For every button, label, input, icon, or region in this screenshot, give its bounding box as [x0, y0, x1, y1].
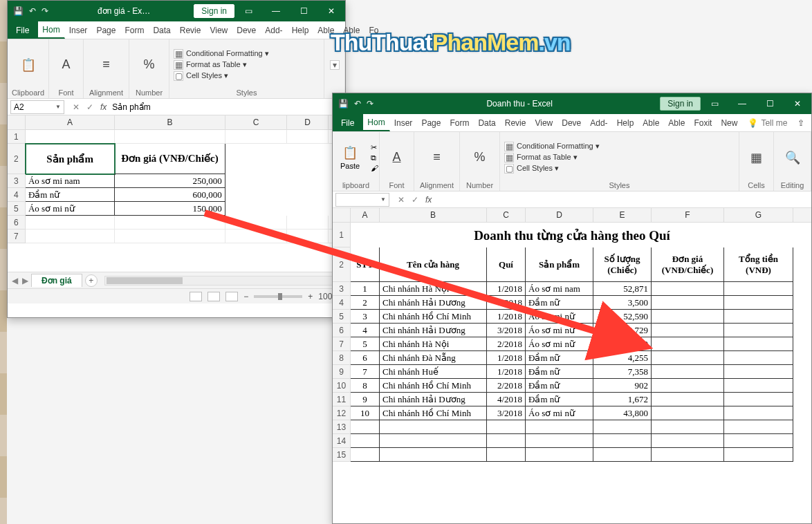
- cell[interactable]: [652, 337, 724, 351]
- cell[interactable]: [487, 420, 526, 434]
- tab-review[interactable]: Revie: [176, 21, 206, 39]
- zoom-out-icon[interactable]: −: [243, 292, 248, 301]
- cell[interactable]: Áo sơ mi nữ: [26, 202, 115, 216]
- cells-button[interactable]: ▦: [740, 150, 773, 165]
- cell[interactable]: 4/2018: [487, 393, 526, 406]
- cell[interactable]: 2/2018: [487, 379, 526, 393]
- tab-data[interactable]: Data: [474, 114, 500, 131]
- cell[interactable]: [380, 420, 487, 434]
- tab-data[interactable]: Data: [149, 21, 175, 39]
- cell[interactable]: 600,000: [115, 188, 225, 202]
- accept-formula-icon[interactable]: ✓: [86, 102, 93, 112]
- cell[interactable]: [724, 448, 793, 462]
- cell[interactable]: [652, 351, 724, 365]
- cell[interactable]: 8: [351, 379, 380, 393]
- cell[interactable]: [526, 448, 593, 462]
- tab-file[interactable]: File: [333, 114, 363, 131]
- cell[interactable]: [351, 448, 380, 462]
- conditional-formatting-button[interactable]: ▦Conditional Formatting ▾: [174, 49, 269, 59]
- cell[interactable]: Áo sơ mi nữ: [526, 324, 593, 337]
- cancel-formula-icon[interactable]: ✕: [73, 102, 80, 112]
- row-head[interactable]: 6: [333, 324, 351, 337]
- tab-file[interactable]: File: [8, 21, 38, 39]
- save-icon[interactable]: 💾: [338, 99, 349, 109]
- share-button[interactable]: ⇪: [791, 114, 811, 131]
- cell-styles-button[interactable]: ▢Cell Styles ▾: [174, 71, 228, 81]
- row-head[interactable]: 8: [333, 351, 351, 365]
- zoom-slider[interactable]: [254, 295, 302, 298]
- cell[interactable]: Áo sơ mi nam: [26, 174, 115, 188]
- view-pagebreak-icon[interactable]: [225, 292, 238, 301]
- row-head[interactable]: 6: [8, 216, 26, 230]
- cell[interactable]: Chi nhánh Hải Dương: [380, 393, 487, 406]
- cell[interactable]: Áo sơ mi nữ: [526, 406, 593, 420]
- cell[interactable]: 3: [351, 310, 380, 324]
- accept-formula-icon[interactable]: ✓: [412, 195, 418, 205]
- cell[interactable]: [380, 434, 487, 448]
- redo-icon[interactable]: ↷: [367, 99, 373, 109]
- cell[interactable]: 1/2018: [487, 282, 526, 296]
- cell[interactable]: [652, 282, 724, 296]
- col-head[interactable]: C: [487, 208, 526, 222]
- minimize-icon[interactable]: —: [728, 93, 756, 114]
- cell[interactable]: [652, 448, 724, 462]
- row-head[interactable]: 5: [333, 310, 351, 324]
- cell[interactable]: 1,672: [593, 393, 652, 406]
- col-head[interactable]: F: [652, 208, 724, 222]
- tab-formulas[interactable]: Form: [445, 114, 474, 131]
- cell[interactable]: 1/2018: [487, 296, 526, 310]
- tab-page[interactable]: Page: [92, 21, 120, 39]
- ribbon-options-icon[interactable]: ▭: [701, 93, 728, 114]
- copy-icon[interactable]: ⧉: [371, 153, 376, 162]
- tab-foxit[interactable]: Foxit: [690, 114, 717, 131]
- tab-page[interactable]: Page: [417, 114, 445, 131]
- cell[interactable]: [724, 282, 793, 296]
- cell[interactable]: 2: [351, 296, 380, 310]
- cell[interactable]: 52,590: [593, 310, 652, 324]
- tab-formulas[interactable]: Form: [120, 21, 149, 39]
- sheet-tab[interactable]: Đơn giá: [31, 274, 82, 287]
- cell[interactable]: 41,180: [593, 337, 652, 351]
- cell[interactable]: Đầm nữ: [526, 365, 593, 379]
- cell[interactable]: 7,358: [593, 365, 652, 379]
- grid[interactable]: A B C D E 1 2 Sản phẩm Đơn giá (VNĐ/Chiế…: [8, 115, 345, 272]
- view-pagelayout-icon[interactable]: [207, 292, 220, 301]
- cell[interactable]: [652, 420, 724, 434]
- cell[interactable]: [724, 365, 793, 379]
- tab-insert[interactable]: Inser: [390, 114, 418, 131]
- cell[interactable]: Số lượng (Chiếc): [593, 247, 652, 282]
- cell[interactable]: 9: [351, 393, 380, 406]
- tab-able1[interactable]: Able: [638, 114, 664, 131]
- cell[interactable]: [380, 448, 487, 462]
- col-head[interactable]: G: [724, 208, 793, 222]
- tab-insert[interactable]: Inser: [65, 21, 93, 39]
- col-head[interactable]: B: [380, 208, 487, 222]
- cell[interactable]: [351, 420, 380, 434]
- name-box[interactable]: A2▼: [10, 100, 64, 114]
- cell[interactable]: [724, 434, 793, 448]
- cell[interactable]: Đầm nữ: [526, 393, 593, 406]
- sheet-nav-prev-icon[interactable]: ◀: [12, 276, 18, 286]
- paste-button[interactable]: 📋Paste: [333, 145, 367, 170]
- tab-developer[interactable]: Deve: [557, 114, 586, 131]
- cell[interactable]: [652, 406, 724, 420]
- cell[interactable]: [724, 337, 793, 351]
- add-sheet-button[interactable]: +: [85, 274, 98, 287]
- cell[interactable]: 52,871: [593, 282, 652, 296]
- tab-new[interactable]: New: [717, 114, 742, 131]
- cell[interactable]: 5: [351, 337, 380, 351]
- tab-able2[interactable]: Able: [664, 114, 690, 131]
- cell[interactable]: Chi nhánh Hồ Chí Minh: [380, 310, 487, 324]
- tab-developer[interactable]: Deve: [232, 21, 261, 39]
- cell[interactable]: [487, 434, 526, 448]
- cell[interactable]: Sản phẩm: [526, 247, 593, 282]
- clipboard-button[interactable]: 📋: [12, 57, 45, 73]
- cell[interactable]: 3,500: [593, 296, 652, 310]
- select-all-corner[interactable]: [8, 115, 26, 129]
- cell[interactable]: Tổng tiền (VNĐ): [724, 247, 793, 282]
- row-head[interactable]: 1: [333, 223, 351, 247]
- name-box[interactable]: ▼: [335, 193, 389, 207]
- cell[interactable]: Chi nhánh Hải Dương: [380, 324, 487, 337]
- cell[interactable]: 1/2018: [487, 351, 526, 365]
- cell[interactable]: 1/2018: [487, 310, 526, 324]
